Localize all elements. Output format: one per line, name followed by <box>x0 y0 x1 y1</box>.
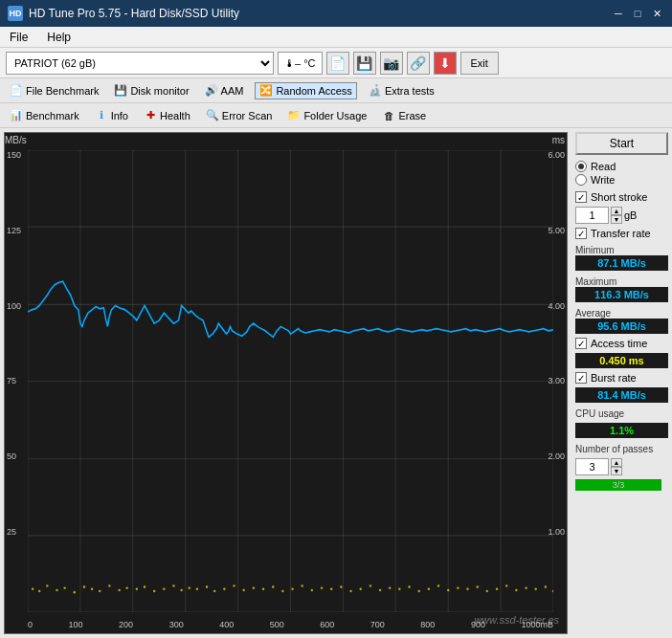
tab-erase[interactable]: 🗑 Erase <box>378 108 430 123</box>
transfer-rate-checkbox[interactable]: ✓ Transfer rate <box>575 228 668 239</box>
passes-up[interactable]: ▲ <box>611 458 622 467</box>
folder-usage-icon: 📁 <box>287 109 301 122</box>
minimum-section: Minimum 87.1 MB/s <box>575 243 668 271</box>
svg-point-63 <box>447 589 449 592</box>
passes-spinners: ▲ ▼ <box>611 458 622 475</box>
write-radio[interactable]: Write <box>575 174 668 186</box>
benchmark-chart <box>28 150 553 612</box>
progress-label: 3/3 <box>575 480 661 490</box>
svg-point-37 <box>196 588 198 591</box>
tab-health[interactable]: ✚ Health <box>140 108 194 123</box>
short-stroke-down[interactable]: ▼ <box>611 215 622 224</box>
short-stroke-check: ✓ <box>575 191 587 203</box>
toolbar-btn-1[interactable]: 📄 <box>326 52 349 75</box>
read-write-group: Read Write <box>575 161 668 186</box>
file-benchmark-icon: 📄 <box>10 84 23 98</box>
svg-point-31 <box>144 585 146 588</box>
info-icon: ℹ <box>95 109 108 122</box>
tab-bar-row2: 📊 Benchmark ℹ Info ✚ Health 🔍 Error Scan… <box>0 103 672 128</box>
y-axis-left-label: MB/s <box>5 135 27 145</box>
svg-point-43 <box>253 586 255 589</box>
burst-rate-check: ✓ <box>575 372 587 384</box>
cpu-usage-label: CPU usage <box>575 408 668 419</box>
svg-point-64 <box>457 586 459 589</box>
access-time-scatter <box>32 584 553 593</box>
extra-tests-icon: 🔬 <box>369 84 382 98</box>
svg-point-18 <box>32 588 34 591</box>
svg-point-61 <box>428 588 430 591</box>
svg-point-38 <box>206 585 208 588</box>
svg-point-22 <box>63 586 65 589</box>
svg-point-33 <box>163 588 165 591</box>
y-axis-right-label: ms <box>552 135 565 145</box>
tab-benchmark[interactable]: 📊 Benchmark <box>6 108 83 123</box>
tab-folder-usage[interactable]: 📁 Folder Usage <box>283 108 370 123</box>
svg-point-55 <box>370 584 371 587</box>
svg-point-62 <box>437 584 439 587</box>
svg-point-48 <box>301 584 302 587</box>
menu-file[interactable]: File <box>6 30 32 45</box>
svg-point-53 <box>349 590 351 593</box>
tab-random-access[interactable]: 🔀 Random Access <box>255 82 356 99</box>
passes-input[interactable] <box>575 458 609 475</box>
svg-point-74 <box>552 590 553 593</box>
svg-point-30 <box>136 588 138 591</box>
random-access-icon: 🔀 <box>259 84 273 98</box>
transfer-rate-check: ✓ <box>575 228 587 239</box>
tab-bar-row1: 📄 File Benchmark 💾 Disk monitor 🔊 AAM 🔀 … <box>0 78 672 103</box>
minimize-button[interactable]: ─ <box>611 6 626 21</box>
toolbar-btn-4[interactable]: 🔗 <box>407 52 430 75</box>
tab-info[interactable]: ℹ Info <box>91 108 132 123</box>
svg-point-70 <box>515 589 517 592</box>
svg-point-58 <box>398 588 400 591</box>
toolbar-btn-2[interactable]: 💾 <box>353 52 376 75</box>
svg-point-51 <box>330 588 332 591</box>
disk-selector[interactable]: PATRIOT (62 gB) <box>6 52 274 75</box>
svg-point-21 <box>56 589 57 592</box>
svg-point-54 <box>359 588 361 591</box>
watermark: www.ssd-tester.es <box>474 614 559 626</box>
tab-disk-monitor[interactable]: 💾 Disk monitor <box>110 83 192 99</box>
maximize-button[interactable]: □ <box>630 6 645 21</box>
short-stroke-up[interactable]: ▲ <box>611 207 622 215</box>
svg-point-71 <box>525 586 526 589</box>
minimum-label: Minimum <box>575 245 668 255</box>
app-icon: HD <box>8 6 23 21</box>
read-radio[interactable]: Read <box>575 161 668 172</box>
menu-bar: File Help <box>0 27 672 48</box>
menu-help[interactable]: Help <box>43 30 75 45</box>
tab-extra-tests[interactable]: 🔬 Extra tests <box>365 83 438 99</box>
toolbar-btn-5[interactable]: ⬇ <box>434 52 457 75</box>
average-value: 95.6 MB/s <box>575 319 668 334</box>
start-button[interactable]: Start <box>575 132 668 155</box>
main-content: MB/s ms 150 125 100 75 50 25 6.00 5.00 4… <box>0 128 672 638</box>
progress-bar: 3/3 <box>575 479 661 491</box>
burst-rate-value: 81.4 MB/s <box>575 387 668 403</box>
short-stroke-input[interactable] <box>575 207 609 224</box>
svg-point-57 <box>389 586 391 589</box>
tab-error-scan[interactable]: 🔍 Error Scan <box>202 108 277 123</box>
burst-rate-checkbox[interactable]: ✓ Burst rate <box>575 372 668 384</box>
toolbar-btn-3[interactable]: 📷 <box>380 52 403 75</box>
close-button[interactable]: ✕ <box>649 6 664 21</box>
svg-point-28 <box>118 589 120 592</box>
svg-point-26 <box>99 590 101 593</box>
svg-point-59 <box>408 585 410 588</box>
window-controls: ─ □ ✕ <box>611 6 664 21</box>
svg-point-60 <box>417 590 419 593</box>
svg-point-35 <box>180 589 182 592</box>
progress-container: 3/3 <box>575 479 668 491</box>
svg-point-65 <box>466 588 468 591</box>
tab-aam[interactable]: 🔊 AAM <box>201 83 248 99</box>
erase-icon: 🗑 <box>382 109 395 122</box>
passes-down[interactable]: ▼ <box>611 467 622 475</box>
cpu-usage-value: 1.1% <box>575 423 668 438</box>
svg-point-39 <box>213 590 215 593</box>
svg-point-46 <box>281 590 283 593</box>
exit-button[interactable]: Exit <box>460 52 499 75</box>
svg-point-66 <box>476 585 478 588</box>
error-scan-icon: 🔍 <box>206 109 219 122</box>
tab-file-benchmark[interactable]: 📄 File Benchmark <box>6 83 102 99</box>
short-stroke-checkbox[interactable]: ✓ Short stroke <box>575 191 668 203</box>
access-time-checkbox[interactable]: ✓ Access time <box>575 338 668 349</box>
